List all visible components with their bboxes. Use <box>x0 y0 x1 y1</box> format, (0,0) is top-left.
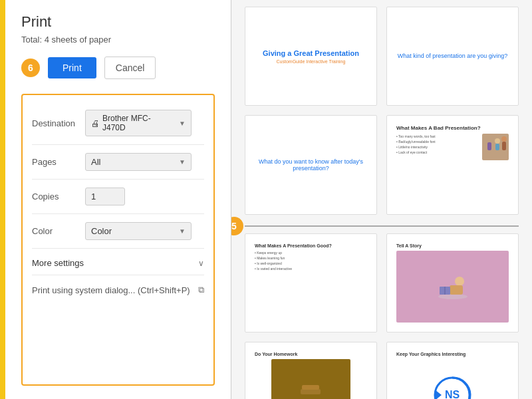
copies-row: Copies <box>32 180 204 214</box>
divider-line <box>245 225 519 227</box>
slide-thumb-5[interactable]: What Makes A Presentation Good? • Keeps … <box>245 233 377 332</box>
svg-rect-13 <box>299 394 322 399</box>
slide-thumb-1[interactable]: Giving a Great Presentation CustomGuide … <box>245 7 377 106</box>
more-settings-row[interactable]: More settings ∨ <box>32 249 204 275</box>
chevron-down-icon: ▼ <box>179 120 186 127</box>
pages-text: All <box>91 157 100 167</box>
step-badge-6: 6 <box>21 59 40 77</box>
pages-label: Pages <box>32 157 85 167</box>
slide-7-title: Do Your Homework <box>255 352 297 356</box>
pages-value-container: All ▼ <box>85 153 204 171</box>
pages-row: Pages All ▼ <box>32 145 204 180</box>
svg-point-2 <box>495 138 500 144</box>
total-info: Total: 4 sheets of paper <box>21 35 215 45</box>
destination-value-container: 🖨 Brother MFC-J470D ▼ <box>85 110 204 136</box>
slide-5-content: What Makes A Presentation Good? • Keeps … <box>251 239 371 327</box>
slide-1-title: Giving a Great Presentation <box>263 49 359 57</box>
more-settings-chevron-icon: ∨ <box>198 259 204 268</box>
yellow-accent-bar <box>0 0 5 399</box>
color-select[interactable]: Color ▼ <box>85 222 192 240</box>
slide-thumb-2[interactable]: What kind of presentation are you giving… <box>386 7 519 106</box>
slide-5-list: • Keeps energy up • Makes learning fun •… <box>255 250 367 271</box>
external-link-icon: ⧉ <box>198 285 204 295</box>
cancel-button[interactable]: Cancel <box>104 57 156 79</box>
action-buttons: 6 Print Cancel <box>21 57 215 79</box>
step-badge-5: 5 <box>231 217 243 235</box>
print-panel: Print Total: 4 sheets of paper 6 Print C… <box>5 0 231 399</box>
copies-value-container <box>85 188 204 205</box>
slide-7-image <box>271 359 350 399</box>
slide-6-content: Tell A Story <box>392 239 513 327</box>
slide-1-subtitle: CustomGuide Interactive Training <box>277 59 346 64</box>
color-label: Color <box>32 226 85 236</box>
slide-7-content: Do Your Homework <box>251 348 371 399</box>
slide-6-image <box>396 251 509 323</box>
slide-thumb-7[interactable]: Do Your Homework <box>245 342 377 399</box>
svg-rect-5 <box>502 142 506 150</box>
destination-label: Destination <box>32 118 85 128</box>
pages-chevron-icon: ▼ <box>179 158 186 166</box>
svg-rect-8 <box>450 285 463 295</box>
destination-text: Brother MFC-J470D <box>102 114 174 132</box>
print-title: Print <box>21 13 215 31</box>
slide-4-image <box>482 134 509 160</box>
more-settings-label: More settings <box>32 258 84 268</box>
slide-8-title: Keep Your Graphics Interesting <box>396 352 466 356</box>
slide-2-text: What kind of presentation are you giving… <box>398 53 508 61</box>
destination-row: Destination 🖨 Brother MFC-J470D ▼ <box>32 102 204 145</box>
svg-rect-1 <box>487 142 491 150</box>
svg-rect-3 <box>495 144 499 150</box>
printer-icon: 🖨 <box>91 118 100 128</box>
print-button[interactable]: Print <box>48 57 96 78</box>
slide-8-logo: NS <box>419 359 486 399</box>
slide-thumb-3[interactable]: What do you want to know after today's p… <box>245 115 377 214</box>
system-dialog-row[interactable]: Print using system dialog... (Ctrl+Shift… <box>32 275 204 298</box>
slide-3-text: What do you want to know after today's p… <box>255 158 367 172</box>
slide-thumb-8[interactable]: Keep Your Graphics Interesting NS <box>386 342 519 399</box>
slide-4-body: • Too many words, too fast • Bad/ugly/un… <box>396 134 509 204</box>
svg-text:NS: NS <box>445 389 460 399</box>
svg-rect-14 <box>301 389 321 394</box>
svg-point-7 <box>455 277 464 286</box>
slide-thumb-6[interactable]: Tell A Story <box>386 233 519 332</box>
slide-6-title: Tell A Story <box>396 243 509 248</box>
slide-1-content: Giving a Great Presentation CustomGuide … <box>251 13 371 100</box>
slide-thumb-4[interactable]: What Makes A Bad Presentation? • Too man… <box>386 115 519 214</box>
slide-2-content: What kind of presentation are you giving… <box>392 13 513 100</box>
slide-5-title: What Makes A Presentation Good? <box>255 243 367 248</box>
color-chevron-icon: ▼ <box>179 227 186 235</box>
pages-select[interactable]: All ▼ <box>85 153 192 171</box>
slide-4-list: • Too many words, too fast • Bad/ugly/un… <box>396 134 479 204</box>
slide-3-content: What do you want to know after today's p… <box>251 121 371 208</box>
slides-preview-panel: Giving a Great Presentation CustomGuide … <box>231 0 532 399</box>
slide-4-content: What Makes A Bad Presentation? • Too man… <box>392 121 513 208</box>
svg-marker-17 <box>435 390 442 399</box>
copies-label: Copies <box>32 192 85 201</box>
svg-rect-15 <box>302 385 319 390</box>
slide-8-content: Keep Your Graphics Interesting NS <box>392 348 513 399</box>
svg-point-4 <box>501 136 507 142</box>
destination-select[interactable]: 🖨 Brother MFC-J470D ▼ <box>85 110 192 136</box>
section-divider: 5 <box>245 225 519 227</box>
color-row: Color Color ▼ <box>32 214 204 249</box>
color-value-container: Color ▼ <box>85 222 204 240</box>
color-text: Color <box>91 226 112 236</box>
slides-grid-2: What Makes A Presentation Good? • Keeps … <box>245 233 519 400</box>
settings-box: Destination 🖨 Brother MFC-J470D ▼ Pages … <box>21 94 215 386</box>
slide-4-title: What Makes A Bad Presentation? <box>396 125 509 131</box>
svg-point-6 <box>438 294 467 299</box>
copies-input[interactable] <box>85 188 125 205</box>
svg-point-0 <box>487 137 492 142</box>
slides-grid: Giving a Great Presentation CustomGuide … <box>245 7 519 221</box>
system-dialog-text: Print using system dialog... (Ctrl+Shift… <box>32 285 198 295</box>
